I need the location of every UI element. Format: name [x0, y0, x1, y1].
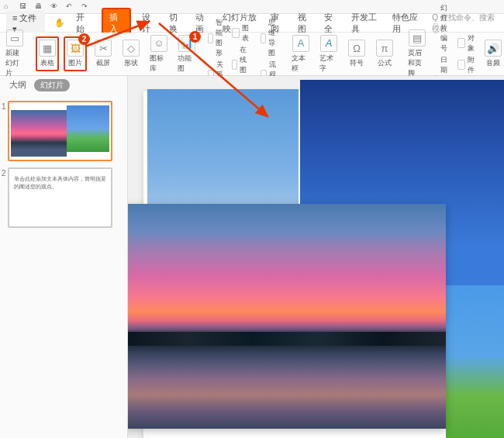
shapes-icon: ◇ — [123, 40, 140, 57]
workspace: 大纲 幻灯片 1 2 单击此处添加文本具体内容，简明扼要的阐述您的观点。 — [0, 76, 504, 438]
symbol-label: 符号 — [350, 58, 364, 68]
btn-icon-lib[interactable]: ☺ 图标库 — [147, 33, 171, 75]
annotation-badge-2: 2 — [78, 33, 90, 45]
btn-feature-chart[interactable]: 1 📊 功能图 — [175, 33, 198, 75]
thumb-card — [8, 101, 112, 161]
btn-slide-number[interactable]: 幻灯片编号 — [433, 3, 453, 53]
feature-chart-label: 功能图 — [178, 53, 196, 74]
annotation-badge-1: 1 — [189, 31, 201, 43]
btn-shapes[interactable]: ◇ 形状 — [119, 38, 143, 70]
screenshot-label: 截屏 — [96, 58, 110, 68]
btn-mindmap[interactable]: 思维导图 — [261, 18, 280, 58]
preview-icon[interactable]: 👁 — [50, 2, 60, 12]
slide-canvas[interactable] — [128, 76, 504, 438]
table-icon: ▦ — [39, 40, 56, 57]
iconlib-icon: ☺ — [150, 35, 167, 52]
header-footer-icon: ▤ — [409, 29, 426, 47]
thumb-wind-image — [67, 105, 109, 152]
btn-header-footer[interactable]: ▤ 页眉和页脚 — [406, 28, 429, 80]
equation-label: 公式 — [378, 58, 392, 68]
btn-image[interactable]: 2 🖼 图片 — [64, 36, 87, 71]
chart-icon — [232, 28, 240, 38]
slide-num: 1 — [2, 102, 6, 111]
file-label: 文件 — [19, 13, 36, 22]
image-label: 图片 — [68, 58, 82, 68]
thumb-card: 单击此处添加文本具体内容，简明扼要的阐述您的观点。 — [8, 167, 112, 228]
iconlib-label: 图标库 — [150, 53, 168, 74]
undo-icon[interactable]: ↶ — [66, 2, 75, 12]
symbol-icon: Ω — [348, 40, 365, 57]
slide-thumb-1[interactable]: 1 — [8, 101, 119, 161]
attachment-icon — [457, 60, 465, 70]
shapes-label: 形状 — [124, 58, 138, 68]
home-icon[interactable]: ⌂ — [4, 2, 13, 12]
audio-icon: 🔊 — [485, 40, 502, 57]
btn-table[interactable]: ▦ 表格 — [36, 36, 59, 71]
slide-number-label: 幻灯片编号 — [440, 3, 453, 53]
new-slide-label: 新建幻灯片 — [5, 48, 24, 78]
textbox-label: 文本框 — [292, 53, 310, 74]
btn-wordart[interactable]: A 艺术字 — [317, 33, 340, 75]
mindmap-icon — [261, 33, 266, 43]
screenshot-icon: ✂ — [95, 40, 112, 57]
save-icon[interactable]: 🖫 — [19, 2, 29, 12]
print-icon[interactable]: 🖶 — [35, 2, 44, 12]
canvas-image-sunset[interactable] — [128, 204, 446, 429]
tab-outline[interactable]: 大纲 — [9, 79, 26, 91]
btn-new-slide[interactable]: ▭ 新建幻灯片 — [3, 28, 26, 80]
wordart-label: 艺术字 — [319, 53, 338, 74]
smartart-label: 智能图形 — [216, 18, 227, 58]
slide-num: 2 — [2, 169, 6, 178]
btn-equation[interactable]: π 公式 — [373, 38, 396, 70]
object-icon — [457, 38, 465, 48]
chart-label: 图表 — [242, 23, 251, 43]
mindmap-label: 思维导图 — [268, 18, 280, 58]
header-footer-label: 页眉和页脚 — [408, 48, 426, 78]
btn-audio[interactable]: 🔊 音频 — [482, 38, 504, 70]
textbox-icon: A — [292, 35, 309, 52]
btn-screenshot[interactable]: ✂ 截屏 — [91, 38, 115, 70]
btn-textbox[interactable]: A 文本框 — [289, 33, 312, 75]
btn-object[interactable]: 对象 — [457, 33, 477, 53]
new-slide-icon: ▭ — [6, 29, 23, 47]
object-label: 对象 — [468, 33, 477, 53]
table-label: 表格 — [40, 58, 54, 68]
ribbon-attach-group: 对象 附件 — [457, 33, 477, 75]
thumb2-placeholder-text: 单击此处添加文本具体内容，简明扼要的阐述您的观点。 — [9, 169, 111, 197]
equation-icon: π — [376, 40, 393, 57]
smartart-icon — [208, 33, 213, 43]
canvas-image-grass[interactable] — [446, 285, 504, 438]
btn-attachment[interactable]: 附件 — [457, 55, 477, 75]
slide-number-icon — [433, 23, 438, 33]
attachment-label: 附件 — [468, 55, 477, 75]
ribbon-insert: ▭ 新建幻灯片 ▦ 表格 2 🖼 图片 ✂ 截屏 ◇ 形状 ☺ 图标库 1 📊 … — [0, 33, 504, 76]
audio-label: 音频 — [486, 58, 500, 68]
btn-chart[interactable]: 图表 — [232, 23, 251, 43]
slide-panel: 大纲 幻灯片 1 2 单击此处添加文本具体内容，简明扼要的阐述您的观点。 — [0, 76, 128, 438]
online-chart-icon — [232, 60, 237, 70]
slide-thumb-2[interactable]: 2 单击此处添加文本具体内容，简明扼要的阐述您的观点。 — [8, 167, 119, 228]
hand-icon[interactable]: ✋ — [54, 18, 65, 28]
btn-symbol[interactable]: Ω 符号 — [345, 38, 368, 70]
wordart-icon: A — [320, 35, 337, 52]
tab-slides[interactable]: 幻灯片 — [34, 79, 70, 91]
thumb-sunset-image — [11, 110, 67, 157]
btn-smart-art[interactable]: 智能图形 — [208, 18, 227, 58]
